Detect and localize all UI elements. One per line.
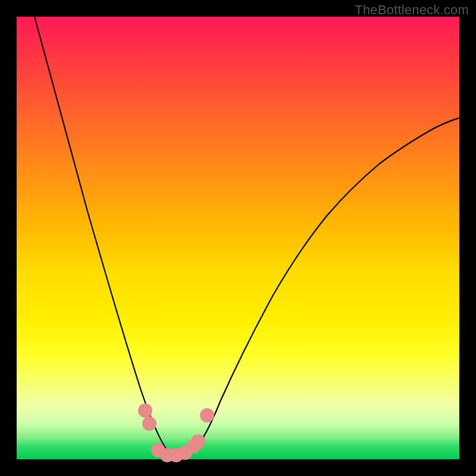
- chart-outer-frame: TheBottleneck.com: [0, 0, 476, 476]
- data-marker: [200, 408, 214, 422]
- bottleneck-curve: [17, 17, 459, 459]
- data-marker: [142, 416, 156, 431]
- watermark-text: TheBottleneck.com: [355, 2, 469, 18]
- chart-plot-area: [17, 17, 459, 459]
- data-marker: [138, 403, 152, 418]
- curve-path: [35, 17, 459, 459]
- data-marker: [191, 434, 205, 449]
